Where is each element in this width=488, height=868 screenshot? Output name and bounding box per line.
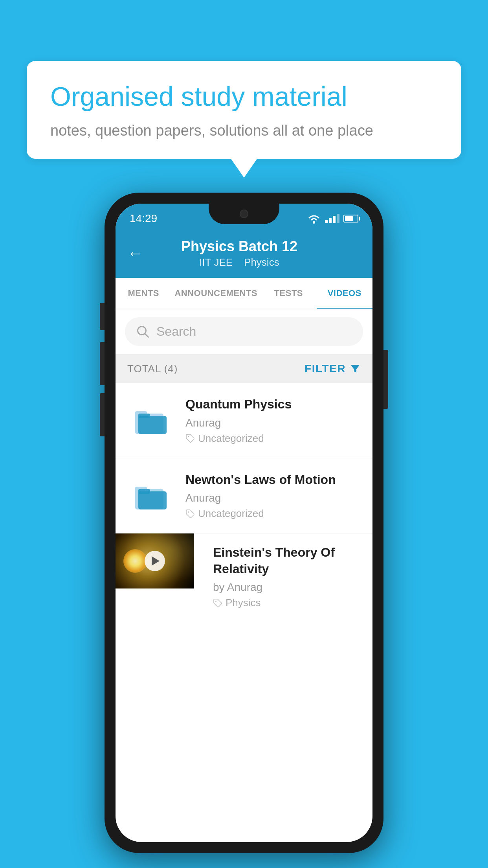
svg-point-7 — [188, 436, 189, 437]
signal-icon — [325, 214, 339, 223]
list-item[interactable]: Newton's Laws of Motion Anurag Uncategor… — [116, 458, 372, 534]
phone-btn-volume-up — [100, 342, 105, 385]
notch — [209, 204, 279, 224]
tab-tests[interactable]: TESTS — [261, 278, 316, 309]
filter-icon — [350, 363, 361, 374]
header-title: Physics Batch 12 — [152, 238, 326, 255]
list-item[interactable]: Quantum Physics Anurag Uncategorized — [116, 383, 372, 458]
folder-icon-container — [127, 480, 174, 511]
wifi-icon — [307, 213, 321, 224]
search-icon — [136, 325, 150, 339]
video-author: by Anurag — [213, 581, 353, 594]
svg-line-2 — [145, 334, 148, 337]
status-time: 14:29 — [130, 212, 157, 225]
search-container: Search — [116, 309, 372, 355]
tag-icon — [213, 598, 222, 608]
phone-screen: 14:29 — [116, 204, 372, 842]
tab-documents[interactable]: MENTS — [116, 278, 171, 309]
phone-btn-volume-down — [100, 393, 105, 436]
front-camera — [240, 210, 248, 218]
folder-icon — [135, 405, 167, 436]
tag-icon — [185, 434, 195, 443]
phone-device: 14:29 — [105, 193, 383, 853]
battery-fill — [345, 216, 353, 221]
speech-bubble: Organised study material notes, question… — [27, 61, 461, 159]
speech-bubble-subtitle: notes, question papers, solutions all at… — [50, 122, 438, 139]
play-button[interactable] — [145, 551, 165, 571]
video-tag: Uncategorized — [185, 432, 361, 445]
tab-announcements[interactable]: ANNOUNCEMENTS — [171, 278, 261, 309]
video-title: Newton's Laws of Motion — [185, 472, 361, 488]
video-author: Anurag — [185, 492, 361, 504]
phone-outer: 14:29 — [105, 193, 383, 853]
video-info: Einstein's Theory Of Relativity by Anura… — [205, 533, 361, 620]
header-title-area: Physics Batch 12 IIT JEE Physics — [152, 238, 326, 268]
video-tag: Physics — [213, 597, 353, 609]
search-input-wrapper[interactable]: Search — [125, 317, 363, 346]
svg-rect-5 — [138, 416, 167, 434]
total-count: TOTAL (4) — [127, 363, 178, 375]
speech-bubble-container: Organised study material notes, question… — [27, 61, 461, 159]
app-header: ← Physics Batch 12 IIT JEE Physics — [116, 230, 372, 278]
subtitle-iit: IIT JEE — [199, 256, 233, 268]
folder-icon-container — [127, 405, 174, 436]
video-tag: Uncategorized — [185, 508, 361, 520]
video-info: Newton's Laws of Motion Anurag Uncategor… — [185, 472, 361, 520]
video-thumbnail — [116, 533, 194, 588]
folder-icon — [135, 480, 167, 511]
tab-bar: MENTS ANNOUNCEMENTS TESTS VIDEOS — [116, 278, 372, 309]
svg-point-13 — [215, 601, 216, 602]
phone-btn-power — [383, 350, 388, 409]
tag-icon — [185, 509, 195, 519]
play-triangle-icon — [152, 556, 160, 566]
svg-rect-10 — [138, 491, 167, 509]
status-icons — [307, 213, 358, 224]
video-title: Quantum Physics — [185, 396, 361, 413]
tab-videos[interactable]: VIDEOS — [317, 278, 372, 309]
battery-icon — [343, 215, 358, 223]
svg-rect-6 — [138, 414, 150, 418]
filter-bar: TOTAL (4) FILTER — [116, 355, 372, 383]
svg-point-12 — [188, 511, 189, 513]
subtitle-physics: Physics — [244, 256, 279, 268]
svg-point-0 — [313, 221, 315, 224]
video-author: Anurag — [185, 417, 361, 429]
header-subtitle: IIT JEE Physics — [152, 256, 326, 268]
video-title: Einstein's Theory Of Relativity — [213, 544, 353, 577]
phone-btn-volume-mute — [100, 303, 105, 330]
list-item[interactable]: Einstein's Theory Of Relativity by Anura… — [116, 533, 372, 620]
video-info: Quantum Physics Anurag Uncategorized — [185, 396, 361, 445]
video-list: Quantum Physics Anurag Uncategorized — [116, 383, 372, 620]
filter-button[interactable]: FILTER — [305, 362, 361, 375]
svg-rect-11 — [138, 489, 150, 494]
back-button[interactable]: ← — [127, 245, 143, 262]
speech-bubble-title: Organised study material — [50, 81, 438, 113]
search-placeholder: Search — [156, 324, 196, 339]
